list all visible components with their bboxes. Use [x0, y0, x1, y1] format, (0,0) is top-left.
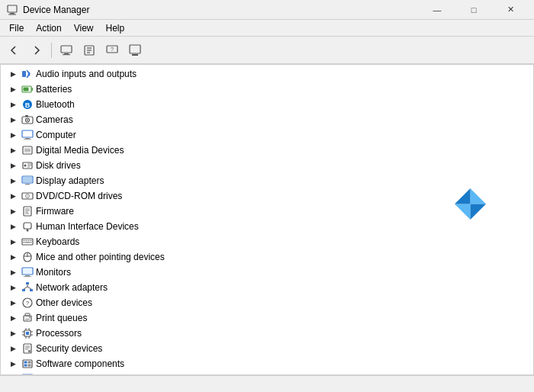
window-title: Device Manager: [23, 5, 420, 15]
svg-rect-37: [23, 177, 32, 182]
menu-view[interactable]: View: [68, 21, 100, 35]
svg-text:B: B: [25, 101, 31, 109]
device-tree: ▶ Audio inputs and outputs ▶ Batteri: [1, 65, 533, 375]
tree-item-dvd[interactable]: ▶ DVD/CD-ROM drives: [1, 188, 533, 204]
icon-disk: [21, 159, 34, 172]
svg-rect-65: [22, 289, 25, 291]
tree-item-cameras[interactable]: ▶ Cameras: [1, 112, 533, 127]
icon-computer: [21, 129, 34, 141]
svg-point-48: [27, 230, 29, 232]
back-button[interactable]: [3, 40, 24, 61]
computer-icon: [60, 44, 72, 56]
tree-item-display[interactable]: ▶ Display adapters: [1, 173, 533, 188]
expand-icon-software-devices: ▶: [7, 373, 19, 375]
icon-network: [21, 281, 34, 294]
menu-action[interactable]: Action: [30, 21, 67, 35]
expand-icon-print: ▶: [7, 312, 19, 324]
svg-rect-93: [24, 361, 27, 364]
label-security: Security devices: [36, 343, 102, 354]
svg-rect-17: [32, 88, 34, 91]
tree-item-software-devices[interactable]: ▶ Software devices: [1, 371, 533, 375]
expand-icon-mice: ▶: [7, 251, 19, 263]
expand-icon-dvd: ▶: [7, 190, 19, 202]
expand-icon-digital: ▶: [7, 144, 19, 156]
svg-rect-61: [23, 268, 32, 274]
svg-rect-73: [25, 313, 30, 316]
maximize-button[interactable]: □: [456, 0, 491, 20]
svg-rect-42: [24, 207, 31, 216]
expand-icon-computer: ▶: [7, 129, 19, 141]
toolbar: ?: [0, 37, 534, 64]
expand-icon-cameras: ▶: [7, 114, 19, 126]
close-button[interactable]: ✕: [493, 0, 528, 20]
tree-item-mice[interactable]: ▶ Mice and other pointing devices: [1, 249, 533, 265]
tree-item-security[interactable]: ▶ Security devices: [1, 341, 533, 356]
svg-rect-54: [31, 240, 32, 242]
tree-item-keyboards[interactable]: ▶ Keyboards: [1, 234, 533, 249]
tree-item-audio[interactable]: ▶ Audio inputs and outputs: [1, 66, 533, 82]
expand-icon-display: ▶: [7, 175, 19, 187]
toolbar-separator-1: [51, 43, 52, 58]
label-other: Other devices: [36, 297, 92, 308]
svg-rect-57: [31, 242, 32, 243]
properties-icon: [83, 44, 95, 56]
label-batteries: Batteries: [36, 84, 72, 95]
icon-audio: [21, 68, 34, 80]
monitor-icon: [129, 44, 141, 56]
label-audio: Audio inputs and outputs: [36, 69, 137, 79]
expand-icon-network: ▶: [7, 281, 19, 294]
svg-rect-74: [25, 319, 30, 320]
computer-button[interactable]: [56, 40, 77, 61]
minimize-button[interactable]: —: [420, 0, 455, 20]
icon-software-devices: [21, 373, 34, 375]
help-button[interactable]: ?: [101, 40, 123, 61]
tree-view[interactable]: ▶ Audio inputs and outputs ▶ Batteri: [0, 64, 534, 375]
tree-item-monitors[interactable]: ▶ Monitors: [1, 265, 533, 280]
svg-rect-26: [25, 138, 30, 139]
expand-icon-firmware: ▶: [7, 205, 19, 217]
tree-item-print[interactable]: ▶ Print queues: [1, 310, 533, 326]
tree-item-firmware[interactable]: ▶ Firmware: [1, 204, 533, 219]
svg-rect-64: [26, 282, 29, 284]
icon-bluetooth: B: [21, 98, 34, 111]
icon-print: [21, 312, 34, 324]
icon-digital: [21, 144, 34, 156]
forward-icon: [31, 44, 43, 56]
svg-point-41: [27, 195, 28, 197]
svg-point-76: [29, 316, 31, 318]
icon-hid: [21, 220, 34, 233]
tree-item-software-components[interactable]: ▶ Software components: [1, 356, 533, 371]
svg-rect-91: [28, 350, 31, 352]
svg-point-32: [24, 165, 27, 167]
properties-button[interactable]: [79, 40, 100, 61]
tree-item-disk[interactable]: ▶ Disk drives: [1, 158, 533, 173]
svg-rect-0: [8, 5, 17, 12]
tree-item-digital[interactable]: ▶ Digital Media Devices: [1, 143, 533, 158]
tree-item-processors[interactable]: ▶ Processors: [1, 326, 533, 341]
tree-item-batteries[interactable]: ▶ Batteries: [1, 82, 533, 97]
label-digital: Digital Media Devices: [36, 145, 124, 156]
tree-item-other[interactable]: ▶ ? Other devices: [1, 295, 533, 310]
svg-rect-47: [24, 223, 31, 229]
tree-item-network[interactable]: ▶ Network adapters: [1, 280, 533, 295]
svg-point-23: [27, 120, 28, 121]
svg-rect-3: [61, 46, 72, 53]
svg-rect-4: [64, 53, 69, 54]
expand-icon-batteries: ▶: [7, 83, 19, 95]
label-disk: Disk drives: [36, 160, 81, 171]
back-icon: [8, 44, 20, 56]
monitor-button[interactable]: [124, 40, 146, 61]
expand-icon-disk: ▶: [7, 159, 19, 172]
label-bluetooth: Bluetooth: [36, 99, 75, 110]
svg-rect-1: [10, 13, 14, 14]
svg-rect-75: [25, 320, 28, 321]
svg-rect-62: [25, 275, 30, 276]
title-bar: Device Manager — □ ✕: [0, 0, 534, 20]
forward-button[interactable]: [26, 40, 47, 61]
tree-item-hid[interactable]: ▶ Human Interface Devices: [1, 219, 533, 234]
tree-item-computer[interactable]: ▶ Computer: [1, 127, 533, 143]
tree-item-bluetooth[interactable]: ▶ B Bluetooth: [1, 97, 533, 112]
menu-file[interactable]: File: [3, 21, 30, 35]
svg-rect-78: [26, 332, 29, 335]
menu-help[interactable]: Help: [100, 21, 131, 35]
